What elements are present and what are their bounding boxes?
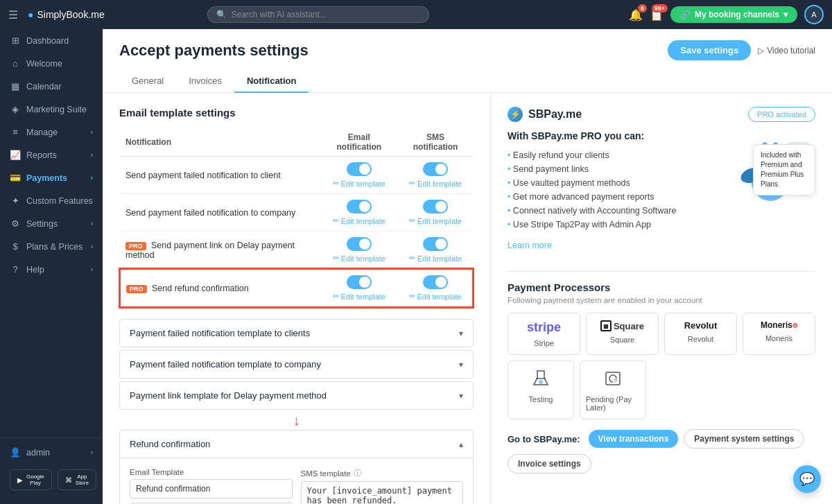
email-toggle-1[interactable] [347,162,372,176]
svg-text:?: ? [614,378,618,384]
video-tutorial-button[interactable]: ▷ Video tutorial [758,46,815,55]
sidebar-item-payments[interactable]: 💳 Payments › [0,166,103,189]
row4-email-toggle: ✏ Edit template [320,269,398,307]
pencil-icon: ✏ [409,216,415,225]
stripe-logo: stripe [527,320,561,335]
sidebar-item-admin[interactable]: 👤 admin › [0,441,103,464]
row1-email-toggle: ✏ Edit template [320,157,398,194]
header-actions: Save settings ▷ Video tutorial [668,40,815,60]
chat-icon: 💬 [799,471,815,487]
chevron-down-icon: ▾ [459,391,463,401]
sms-edit-link-3[interactable]: ✏ Edit template [409,254,462,263]
main-content: Email template settings Notification Ema… [103,93,832,504]
processor-stripe[interactable]: stripe Stripe [508,313,580,355]
sidebar-item-settings[interactable]: ⚙ Settings › [0,212,103,235]
sbpay-subtitle: With SBPay.me PRO you can: [508,130,714,141]
email-toggle-2[interactable] [347,200,372,214]
row3-sms-toggle: ✏ Edit template [398,232,473,270]
accordion-item-1: Payment failed notification template to … [119,319,474,347]
tabs: General Invoices Notification [119,70,815,92]
chevron-down-icon: ▾ [783,10,788,19]
booking-channels-button[interactable]: 🔗 My booking channels ▾ [670,6,797,23]
sms-toggle-4[interactable] [423,275,448,289]
tab-general[interactable]: General [119,70,176,93]
row1-sms-toggle: ✏ Edit template [398,157,473,194]
pencil-icon: ✏ [333,254,339,263]
sms-edit-link-4[interactable]: ✏ Edit template [409,292,462,301]
email-edit-link-4[interactable]: ✏ Edit template [333,292,385,301]
processor-moneris[interactable]: Moneris⌾ Moneris [743,313,815,355]
avatar[interactable]: A [804,5,824,24]
sms-edit-link-1[interactable]: ✏ Edit template [409,179,462,188]
sms-toggle-2[interactable] [423,200,448,214]
email-edit-link-2[interactable]: ✏ Edit template [333,216,385,225]
moneris-label: Moneris [765,334,792,342]
email-table: Notification Email notification SMS noti… [119,128,474,308]
email-template-col: Email Template Hi [client_name], Your [i… [130,468,293,504]
chat-bubble[interactable]: 💬 [793,465,821,493]
sms-toggle-1[interactable] [423,162,448,176]
view-transactions-button[interactable]: View transactions [589,430,679,448]
google-play-button[interactable]: ▶ Google Play [10,469,52,490]
sidebar-item-help[interactable]: ? Help › [0,258,103,281]
processor-revolut[interactable]: Revolut Revolut [664,313,737,355]
processor-testing[interactable]: Testing [508,360,574,419]
payment-system-settings-button[interactable]: Payment system settings [684,429,804,449]
email-toggle-4[interactable] [347,275,372,289]
feature-item: Send payment links [508,162,714,176]
sms-toggle-3[interactable] [423,237,448,251]
invoice-settings-button[interactable]: Invoice settings [508,454,591,473]
app-store-button[interactable]: ⌘ App Store [58,469,96,490]
chevron-icon: › [91,128,93,136]
email-settings-title: Email template settings [119,107,474,119]
pp-subtitle: Following payment system are enabled in … [508,296,815,304]
sidebar-item-calendar[interactable]: ▦ Calendar [0,75,103,98]
sidebar-item-dashboard[interactable]: ⊞ Dashboard [0,29,103,52]
notifications-icon[interactable]: 🔔 8 [629,8,643,21]
chevron-icon: › [91,266,93,273]
pencil-icon: ✏ [333,179,339,188]
email-toggle-3[interactable] [347,237,372,251]
sbpay-left: With SBPay.me PRO you can: Easily refund… [508,130,714,240]
processor-pending[interactable]: ? Pending (Pay Later) [580,360,646,419]
sidebar-item-welcome[interactable]: ⌂ Welcome [0,52,103,75]
hamburger-icon[interactable]: ☰ [8,8,18,21]
col-notification: Notification [120,128,320,157]
processor-square[interactable]: ■ Square Square [586,313,659,355]
search-bar[interactable]: 🔍 Search with AI assistant... [207,6,429,23]
feature-item: Easily refund your clients [508,148,714,162]
accordion-header-2[interactable]: Payment failed notification template to … [120,351,473,378]
accordion-header-1[interactable]: Payment failed notification template to … [120,320,473,347]
row2-sms-toggle: ✏ Edit template [398,194,473,232]
pro-badge: PRO [125,242,146,250]
chevron-down-icon: ▾ [459,329,463,338]
pending-label: Pending (Pay Later) [586,395,640,412]
email-title-input[interactable] [130,479,293,498]
testing-label: Testing [529,395,553,403]
sidebar-item-marketing[interactable]: ◈ Marketing Suite [0,98,103,121]
sidebar-item-reports[interactable]: 📈 Reports › [0,144,103,166]
pro-activated-button[interactable]: PRO activated [748,107,815,122]
row3-label: PRO Send payment link on Delay payment m… [120,232,320,270]
goto-label: Go to SBPay.me: [508,434,580,444]
feature-item: Use vaulted payment methods [508,176,714,190]
sms-body-textarea[interactable]: Your [invoice_amount] payment has been r… [301,481,464,504]
sms-edit-link-2[interactable]: ✏ Edit template [409,216,462,225]
tasks-icon[interactable]: 📋 99+ [650,8,664,21]
sidebar-item-custom[interactable]: ✦ Custom Features [0,189,103,212]
learn-more-link[interactable]: Learn more [508,241,552,250]
page-title: Accept payments settings [119,42,309,60]
email-edit-link-1[interactable]: ✏ Edit template [333,179,385,188]
chevron-icon: › [91,151,93,159]
tab-notification[interactable]: Notification [234,70,309,93]
sidebar-item-plans[interactable]: $ Plans & Prices › [0,235,103,258]
save-settings-button[interactable]: Save settings [668,40,751,60]
tab-invoices[interactable]: Invoices [176,70,234,93]
manage-icon: ≡ [10,127,21,137]
sidebar-item-manage[interactable]: ≡ Manage › [0,121,103,144]
app-stores: ▶ Google Play ⌘ App Store [0,464,103,496]
accordion-header-4[interactable]: Refund confirmation ▴ [120,431,473,458]
email-edit-link-3[interactable]: ✏ Edit template [333,254,385,263]
accordion-header-3[interactable]: Payment link template for Delay payment … [120,382,473,409]
chevron-icon: › [91,220,93,227]
